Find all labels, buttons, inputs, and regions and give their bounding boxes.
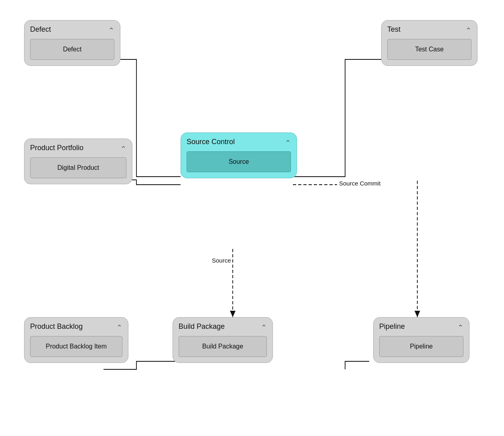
svg-marker-3 (415, 311, 420, 317)
source-control-node: Source Control ⌃ Source (181, 132, 297, 178)
product-portfolio-chevron-icon[interactable]: ⌃ (120, 145, 126, 153)
source-label: Source (212, 257, 231, 264)
product-portfolio-header: Product Portfolio ⌃ (30, 144, 126, 153)
defect-inner: Defect (30, 39, 114, 60)
build-package-inner: Build Package (179, 336, 267, 357)
pipeline-node: Pipeline ⌃ Pipeline (373, 317, 469, 363)
defect-title: Defect (30, 25, 51, 34)
product-portfolio-node: Product Portfolio ⌃ Digital Product (24, 139, 132, 184)
test-inner: Test Case (387, 39, 471, 60)
svg-marker-2 (230, 311, 236, 317)
product-backlog-node: Product Backlog ⌃ Product Backlog Item (24, 317, 128, 363)
product-backlog-header: Product Backlog ⌃ (30, 322, 122, 332)
build-package-title: Build Package (179, 322, 225, 331)
pipeline-header: Pipeline ⌃ (379, 322, 463, 332)
product-portfolio-title: Product Portfolio (30, 144, 83, 152)
defect-node: Defect ⌃ Defect (24, 20, 120, 66)
product-backlog-chevron-icon[interactable]: ⌃ (116, 323, 122, 332)
source-control-header: Source Control ⌃ (187, 138, 291, 147)
source-commit-label: Source Commit (339, 180, 380, 187)
source-control-chevron-icon[interactable]: ⌃ (285, 139, 291, 147)
pipeline-title: Pipeline (379, 322, 405, 331)
test-header: Test ⌃ (387, 25, 471, 35)
defect-header: Defect ⌃ (30, 25, 114, 35)
pipeline-chevron-icon[interactable]: ⌃ (457, 323, 463, 332)
source-control-inner: Source (187, 151, 291, 172)
product-backlog-title: Product Backlog (30, 322, 83, 331)
product-portfolio-inner: Digital Product (30, 157, 126, 178)
test-title: Test (387, 25, 400, 34)
test-chevron-icon[interactable]: ⌃ (465, 26, 471, 35)
product-backlog-inner: Product Backlog Item (30, 336, 122, 357)
diagram-container: Defect ⌃ Defect Test ⌃ Test Case Product… (0, 0, 504, 436)
source-control-title: Source Control (187, 138, 235, 146)
build-package-header: Build Package ⌃ (179, 322, 267, 332)
build-package-node: Build Package ⌃ Build Package (173, 317, 273, 363)
build-package-chevron-icon[interactable]: ⌃ (261, 323, 267, 332)
defect-chevron-icon[interactable]: ⌃ (108, 26, 114, 35)
pipeline-inner: Pipeline (379, 336, 463, 357)
test-node: Test ⌃ Test Case (381, 20, 478, 66)
